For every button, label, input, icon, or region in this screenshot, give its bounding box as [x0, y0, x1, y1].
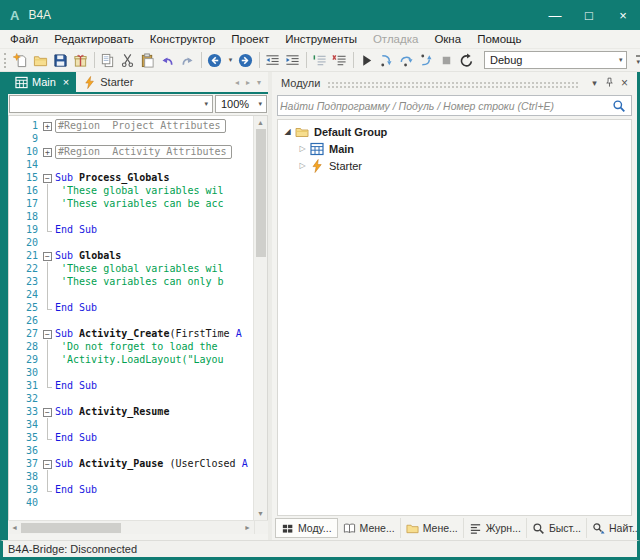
comment-button[interactable]	[310, 50, 330, 70]
vertical-scrollbar[interactable]: ▲ ▼	[253, 116, 267, 520]
toolbar-overflow-icon[interactable]: ▾	[636, 55, 640, 66]
uncomment-button[interactable]	[330, 50, 350, 70]
code-line[interactable]: 38	[9, 470, 253, 483]
line-number[interactable]: 1	[9, 119, 43, 132]
navigate-back-button[interactable]	[205, 50, 225, 70]
redo-button[interactable]	[178, 50, 198, 70]
code-line[interactable]: 34	[9, 418, 253, 431]
vertical-scroll-thumb[interactable]	[256, 129, 266, 257]
package-button[interactable]	[71, 50, 91, 70]
code-line[interactable]: 1+#Region Project Attributes	[9, 119, 253, 132]
code-line[interactable]: 17 'These variables can be acc	[9, 197, 253, 210]
fold-minus-icon[interactable]: −	[43, 171, 55, 184]
code-line[interactable]: 20	[9, 236, 253, 249]
code-line[interactable]: 31End Sub	[9, 379, 253, 392]
tab-scroll-left-icon[interactable]: ◂	[235, 78, 239, 87]
menu-item[interactable]: Файл	[2, 30, 46, 48]
step-out-button[interactable]	[417, 50, 437, 70]
tab-scroll-right-icon[interactable]: ▸	[246, 78, 250, 87]
fold-minus-icon[interactable]: −	[43, 327, 55, 340]
copy-button[interactable]	[98, 50, 118, 70]
code-line[interactable]: 22 'These global variables wil	[9, 262, 253, 275]
open-project-button[interactable]	[31, 50, 51, 70]
scroll-down-icon[interactable]: ▼	[254, 507, 268, 520]
member-navigation-combo[interactable]: ▾	[9, 95, 213, 113]
indent-increase-button[interactable]	[283, 50, 303, 70]
tree-item-default-group[interactable]: ◢Default Group	[278, 123, 631, 140]
twisty-expanded-icon[interactable]: ◢	[281, 127, 294, 136]
scroll-left-icon[interactable]: ◄	[8, 521, 21, 535]
indent-decrease-button[interactable]	[263, 50, 283, 70]
line-number[interactable]: 19	[9, 223, 43, 236]
panel-drag-texture[interactable]	[327, 81, 580, 88]
code-line[interactable]: 27−Sub Activity_Create(FirstTime A	[9, 327, 253, 340]
line-number[interactable]: 24	[9, 288, 43, 301]
line-number[interactable]: 17	[9, 197, 43, 210]
fold-plus-icon[interactable]: +	[43, 119, 55, 132]
code-line[interactable]: 10+#Region Activity Attributes	[9, 145, 253, 158]
code-line[interactable]: 30	[9, 366, 253, 379]
restart-button[interactable]	[457, 50, 477, 70]
undo-button[interactable]	[158, 50, 178, 70]
line-number[interactable]: 35	[9, 431, 43, 444]
back-history-dropdown[interactable]: ▾	[225, 50, 236, 70]
menu-item[interactable]: Редактировать	[46, 30, 141, 48]
line-number[interactable]: 32	[9, 392, 43, 405]
panel-close-icon[interactable]: ×	[617, 76, 632, 90]
code-line[interactable]: 40	[9, 496, 253, 509]
code-line[interactable]: 15−Sub Process_Globals	[9, 171, 253, 184]
scroll-up-icon[interactable]: ▲	[254, 116, 268, 129]
code-line[interactable]: 14	[9, 158, 253, 171]
minimize-button[interactable]: —	[538, 0, 572, 30]
menu-item[interactable]: Отладка	[365, 30, 426, 48]
horizontal-scroll-thumb[interactable]	[21, 523, 121, 533]
horizontal-scrollbar[interactable]: ◄ ►	[8, 521, 254, 534]
module-search-box[interactable]	[277, 95, 632, 116]
code-line[interactable]: 33−Sub Activity_Resume	[9, 405, 253, 418]
code-line[interactable]: 9	[9, 132, 253, 145]
line-number[interactable]: 23	[9, 275, 43, 288]
line-number[interactable]: 27	[9, 327, 43, 340]
stop-button[interactable]	[437, 50, 457, 70]
line-number[interactable]: 38	[9, 470, 43, 483]
line-number[interactable]: 31	[9, 379, 43, 392]
twisty-collapsed-icon[interactable]: ▷	[296, 144, 309, 153]
step-over-button[interactable]	[397, 50, 417, 70]
code-line[interactable]: 18	[9, 210, 253, 223]
menu-item[interactable]: Конструктор	[142, 30, 224, 48]
paste-button[interactable]	[138, 50, 158, 70]
code-editor[interactable]: 1+#Region Project Attributes910+#Region …	[9, 116, 253, 520]
search-icon[interactable]	[612, 99, 626, 113]
panel-tab-logs[interactable]: Журн...	[464, 518, 527, 538]
pin-icon[interactable]	[602, 77, 617, 90]
line-number[interactable]: 25	[9, 301, 43, 314]
fold-minus-icon[interactable]: −	[43, 249, 55, 262]
code-line[interactable]: 35End Sub	[9, 431, 253, 444]
run-button[interactable]	[357, 50, 377, 70]
line-number[interactable]: 14	[9, 158, 43, 171]
search-input[interactable]	[280, 100, 612, 112]
tree-item-main[interactable]: ▷Main	[278, 140, 631, 157]
code-line[interactable]: 26	[9, 314, 253, 327]
tree-item-starter[interactable]: ▷Starter	[278, 157, 631, 174]
panel-tab-quick-search[interactable]: Быст...	[527, 518, 587, 538]
tab-starter[interactable]: Starter	[76, 72, 140, 92]
line-number[interactable]: 40	[9, 496, 43, 509]
step-into-button[interactable]	[377, 50, 397, 70]
code-line[interactable]: 19End Sub	[9, 223, 253, 236]
code-line[interactable]: 21−Sub Globals	[9, 249, 253, 262]
panel-tab-find-references[interactable]: Найт...	[587, 518, 640, 538]
close-tab-icon[interactable]: ×	[63, 76, 69, 88]
build-configuration-combo[interactable]: Debug ▾	[484, 51, 628, 69]
line-number[interactable]: 29	[9, 353, 43, 366]
code-line[interactable]: 39End Sub	[9, 483, 253, 496]
scroll-right-icon[interactable]: ►	[241, 521, 254, 535]
code-line[interactable]: 28 'Do not forget to load the	[9, 340, 253, 353]
line-number[interactable]: 37	[9, 457, 43, 470]
line-number[interactable]: 36	[9, 444, 43, 457]
save-button[interactable]	[51, 50, 71, 70]
fold-minus-icon[interactable]: −	[43, 457, 55, 470]
tab-list-dropdown-icon[interactable]: ▾	[257, 78, 261, 87]
code-line[interactable]: 37−Sub Activity_Pause (UserClosed A	[9, 457, 253, 470]
maximize-button[interactable]: □	[572, 0, 606, 30]
